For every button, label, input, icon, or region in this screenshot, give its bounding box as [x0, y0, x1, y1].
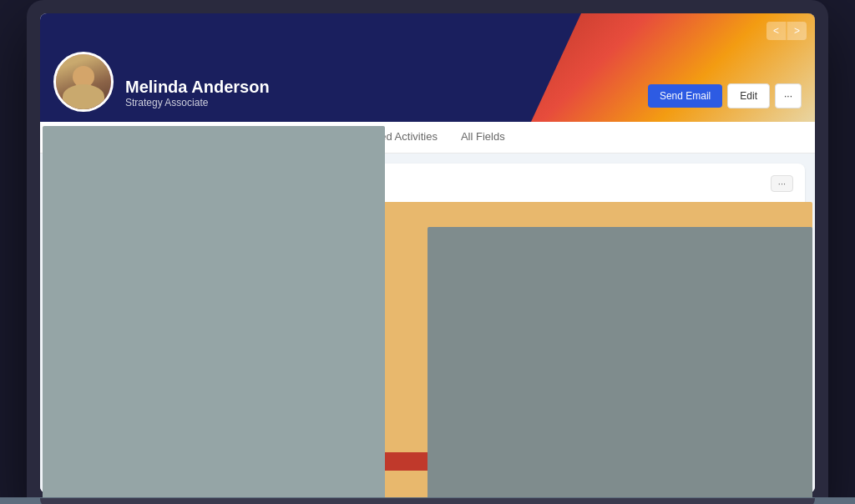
profile-name: Melinda Anderson [125, 78, 270, 97]
next-button[interactable]: > [787, 22, 807, 40]
laptop-frame: < > Melinda Anderson Strategy Associate [27, 0, 828, 504]
avatar [53, 52, 114, 112]
avatar-image [56, 54, 111, 109]
profile-info: Melinda Anderson Strategy Associate [125, 78, 270, 112]
more-options-button[interactable]: ··· [775, 83, 802, 108]
send-email-button[interactable]: Send Email [648, 84, 722, 108]
prev-button[interactable]: < [766, 22, 786, 40]
properties-more-btn[interactable]: ··· [771, 175, 793, 192]
laptop-base [40, 498, 815, 504]
banner: < > Melinda Anderson Strategy Associate [40, 13, 815, 122]
action-buttons: Send Email Edit ··· [648, 83, 802, 108]
profile-section: Melinda Anderson Strategy Associate [53, 52, 270, 112]
screen: < > Melinda Anderson Strategy Associate [40, 13, 815, 493]
edit-button[interactable]: Edit [727, 83, 770, 108]
right-column: Properties ··· [273, 164, 805, 483]
properties-card: Properties ··· [273, 164, 805, 376]
banner-nav-buttons: < > [766, 22, 807, 40]
profile-title: Strategy Associate [125, 97, 270, 108]
main-content: 👤 About Account Name Affinity Estates De… [40, 154, 815, 493]
properties-grid: GOLDEN EAGLE COTTAGE Individual house Bu… [285, 202, 793, 350]
tab-all-fields[interactable]: All Fields [449, 122, 517, 153]
